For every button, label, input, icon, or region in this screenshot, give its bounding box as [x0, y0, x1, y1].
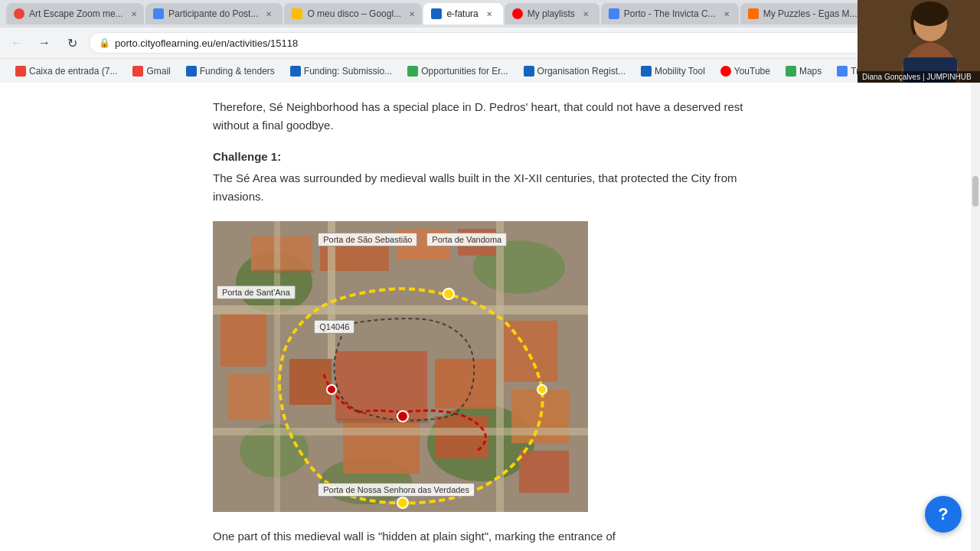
svg-point-29: [327, 385, 336, 394]
map-label-vandoma: Porta de Vandoma: [426, 233, 507, 246]
svg-rect-24: [213, 428, 588, 435]
video-overlay: Diana Gonçalves | JUMPINHUB: [858, 0, 980, 83]
browser-chrome: Art Escape Zoom me... ✕ Participante do …: [0, 0, 980, 83]
svg-point-30: [443, 289, 454, 299]
svg-point-28: [397, 411, 408, 422]
tab-7-favicon: [748, 8, 759, 19]
bookmark-caixa-label: Caixa de entrada (7...: [29, 66, 117, 77]
svg-rect-26: [253, 269, 314, 273]
video-label: Diana Gonçalves | JUMPINHUB: [858, 71, 980, 83]
help-button[interactable]: ?: [925, 496, 962, 533]
bookmark-youtube[interactable]: YouTube: [714, 64, 776, 79]
lock-icon: 🔒: [99, 37, 110, 48]
svg-rect-17: [435, 416, 488, 458]
svg-rect-7: [251, 236, 312, 271]
tab-5-label: My playlists: [528, 8, 575, 19]
tab-bar: Art Escape Zoom me... ✕ Participante do …: [0, 0, 980, 28]
bookmark-mobility-favicon: [641, 66, 652, 77]
bottom-text: One part of this medieval wall is "hidde…: [213, 527, 758, 546]
bookmark-org[interactable]: Organisation Regist...: [518, 64, 632, 79]
map-label-q14046: Q14046: [314, 320, 354, 334]
tab-2-label: Participante do Post...: [168, 8, 258, 19]
tab-5-close[interactable]: ✕: [580, 8, 592, 20]
svg-rect-23: [496, 221, 504, 512]
url-bar[interactable]: 🔒 porto.cityoflearning.eu/en/activities/…: [89, 32, 919, 54]
bookmark-maps[interactable]: Maps: [779, 64, 828, 79]
map-label-verdades: Porta de Nossa Senhora das Verdades: [318, 483, 475, 497]
bookmark-funding-favicon: [186, 66, 197, 77]
content-area: Therefore, Sé Neighborhood has a special…: [194, 83, 776, 551]
tab-3-close[interactable]: ✕: [406, 8, 418, 20]
intro-text: Therefore, Sé Neighborhood has a special…: [213, 98, 758, 135]
challenge-description: The Sé Area was surrounded by medieval w…: [213, 169, 758, 206]
tab-4-close[interactable]: ✕: [483, 8, 495, 20]
tab-1[interactable]: Art Escape Zoom me... ✕: [6, 3, 144, 24]
svg-point-32: [537, 385, 547, 394]
bookmark-yt-label: YouTube: [734, 66, 770, 77]
bookmark-funding-sub[interactable]: Funding: Submissio...: [284, 64, 398, 79]
tab-6-favicon: [609, 8, 619, 19]
svg-rect-20: [519, 451, 569, 493]
svg-point-36: [912, 2, 949, 26]
svg-rect-11: [220, 313, 266, 367]
svg-rect-15: [289, 359, 332, 405]
scrollbar-track[interactable]: [971, 83, 980, 551]
tab-7-label: My Puzzles - Egas M...: [763, 8, 858, 19]
bookmarks-bar: Caixa de entrada (7... Gmail Funding & t…: [0, 58, 980, 83]
bookmark-gmail-favicon: [132, 66, 143, 77]
refresh-button[interactable]: ↻: [61, 32, 83, 54]
svg-rect-21: [213, 305, 588, 315]
tab-2-favicon: [153, 8, 164, 19]
bookmark-funding[interactable]: Funding & tenders: [180, 64, 281, 79]
bookmark-opp-label: Opportunities for Er...: [421, 66, 508, 77]
tab-5-favicon: [512, 8, 523, 19]
bookmark-funding-sub-favicon: [290, 66, 301, 77]
challenge-heading: Challenge 1:: [213, 150, 758, 163]
tab-4-label: e-fatura: [446, 8, 478, 19]
tab-6[interactable]: Porto - The Invicta C... ✕: [601, 3, 739, 24]
bookmark-maps-label: Maps: [799, 66, 822, 77]
tab-2-close[interactable]: ✕: [263, 8, 275, 20]
tab-1-close[interactable]: ✕: [128, 8, 140, 20]
tab-6-close[interactable]: ✕: [720, 8, 733, 20]
tab-1-favicon: [14, 8, 24, 19]
tab-2[interactable]: Participante do Post... ✕: [145, 3, 283, 24]
bookmark-opportunities[interactable]: Opportunities for Er...: [401, 64, 514, 79]
bookmark-caixa-favicon: [15, 66, 26, 77]
svg-point-31: [397, 497, 408, 508]
tab-4[interactable]: e-fatura ✕: [423, 3, 502, 24]
bookmark-mobility[interactable]: Mobility Tool: [635, 64, 711, 79]
map-label-sant-ana: Porta de Sant'Ana: [217, 285, 296, 299]
main-content: Therefore, Sé Neighborhood has a special…: [0, 83, 971, 551]
map-svg: [213, 221, 588, 512]
help-icon: ?: [938, 504, 948, 524]
bookmark-funding-sub-label: Funding: Submissio...: [304, 66, 392, 77]
bookmark-org-favicon: [524, 66, 534, 77]
forward-button[interactable]: →: [34, 32, 55, 54]
map-label-sao-sebastiao: Porta de São Sebastião: [318, 233, 417, 246]
svg-rect-12: [228, 374, 270, 420]
video-person: [858, 0, 980, 83]
bookmark-gmail[interactable]: Gmail: [126, 64, 176, 79]
bookmark-org-label: Organisation Regist...: [537, 66, 626, 77]
address-bar: ← → ↻ 🔒 porto.cityoflearning.eu/en/activ…: [0, 28, 980, 58]
bookmark-mobility-label: Mobility Tool: [655, 66, 705, 77]
tab-3[interactable]: O meu disco – Googl... ✕: [284, 3, 422, 24]
map-image: Porta de São Sebastião Porta de Vandoma …: [213, 221, 588, 512]
video-svg: [858, 0, 980, 83]
tab-4-favicon: [431, 8, 442, 19]
svg-rect-27: [337, 419, 429, 423]
page-content: Therefore, Sé Neighborhood has a special…: [0, 83, 980, 551]
bookmark-opp-favicon: [407, 66, 418, 77]
tab-5[interactable]: My playlists ✕: [505, 3, 599, 24]
url-text: porto.cityoflearning.eu/en/activities/15…: [115, 37, 909, 49]
tab-3-favicon: [292, 8, 302, 19]
bookmark-maps-favicon: [786, 66, 796, 77]
back-button[interactable]: ←: [6, 32, 28, 54]
bookmark-translate-favicon: [837, 66, 848, 77]
bookmark-caixa[interactable]: Caixa de entrada (7...: [9, 64, 123, 79]
bookmark-yt-favicon: [720, 66, 731, 77]
scrollbar-thumb[interactable]: [972, 176, 978, 207]
tab-1-label: Art Escape Zoom me...: [29, 8, 123, 19]
tab-6-label: Porto - The Invicta C...: [624, 8, 716, 19]
